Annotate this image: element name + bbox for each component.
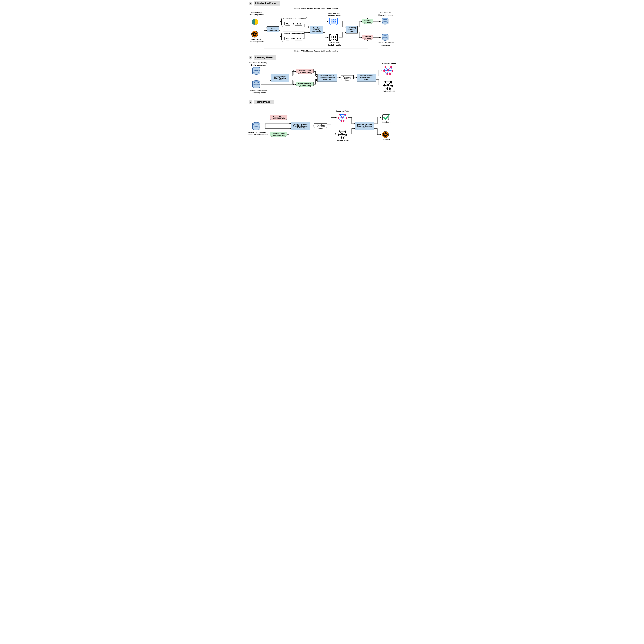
p3-goodware-model-label: Goodware Model [334, 110, 351, 112]
svg-rect-12 [335, 21, 336, 22]
p3-network-icon-pink [337, 113, 348, 123]
clustering-box: Clustering Similarity Matrix [346, 26, 358, 33]
svg-point-74 [387, 84, 389, 86]
svg-point-96 [342, 117, 343, 118]
db-icon-4 [252, 80, 261, 89]
goodware-result-label: Goodware [380, 121, 393, 123]
model-box-2: Model [295, 37, 302, 40]
phase-2-title: Learning Phase [254, 55, 276, 60]
malware-sim-matrix-label: Malware APIs Similarity matrix [325, 42, 343, 46]
formulated-seq: Formulated Sequences [341, 75, 354, 81]
phase-3-title: Tesing Phase [254, 100, 274, 104]
apis-doc: APIs [284, 22, 291, 26]
svg-point-73 [389, 88, 391, 90]
svg-point-94 [341, 120, 342, 122]
svg-rect-24 [335, 39, 336, 40]
biohazard-icon-2 [382, 131, 389, 139]
svg-point-90 [339, 114, 340, 115]
goodware-sim-matrix-label: Goodware APIs Similarity matrix [325, 12, 343, 17]
phase-2-header: 2 Learning Phase [249, 55, 276, 60]
svg-point-72 [386, 88, 388, 90]
svg-rect-22 [332, 39, 332, 40]
db-icon-3 [252, 66, 261, 76]
goodware-api-calling-label: Goodware API Calling sequences [249, 12, 264, 16]
model-box: Model [295, 22, 302, 26]
svg-point-130 [266, 70, 266, 71]
p3-malware-cluster-tm: Malware Cluster Transition Matrix [270, 115, 287, 120]
malware-embedding-model-container: Malware Embedding Model APIs Model [281, 32, 307, 42]
p3-malware-model-label: Malware Model [334, 139, 351, 142]
network-icon-pink [383, 65, 394, 76]
svg-point-95 [343, 120, 344, 122]
create-seq-chain-box: Create Sequence Chain Transition Matrix [357, 74, 376, 82]
svg-rect-7 [332, 19, 332, 20]
svg-point-92 [338, 117, 339, 119]
db-icon-5 [252, 122, 261, 131]
calc-likelihood-box: Calculate Maximum Transition Sequence Li… [355, 122, 374, 130]
svg-point-136 [265, 125, 266, 125]
svg-point-131 [266, 84, 266, 85]
goodware-embedding-model-container: Goodware Embedding Model APIs Model [281, 17, 307, 27]
malware-cluster-tm: Malware Cluster Transition Matrix [296, 69, 314, 74]
malware-api-cluster-seq-label: Malware API Cluster sequences [377, 42, 394, 46]
note-bottom: Finding API in Clusters, Replace it with… [281, 50, 352, 52]
svg-point-109 [339, 130, 340, 132]
svg-point-49 [384, 66, 386, 68]
malware-model-label: Malware Model [381, 90, 397, 92]
malware-clusters: Malware Clusters [362, 35, 373, 40]
svg-point-51 [383, 70, 385, 72]
svg-point-69 [390, 81, 392, 83]
phase-2-num: 2 [249, 56, 252, 60]
svg-rect-17 [333, 36, 334, 37]
svg-rect-10 [332, 21, 332, 22]
black-matrix-icon [328, 34, 339, 42]
svg-point-124 [264, 22, 264, 22]
malware-training-label: Malware API Training Cluster sequences [247, 90, 269, 94]
svg-rect-20 [333, 37, 334, 38]
blue-matrix-icon [328, 17, 339, 25]
phase-3-num: 3 [249, 100, 252, 104]
apis-doc-2: APIs [284, 37, 291, 40]
goodware-api-cluster-seq-label: Goodware API Cluster Sequences [377, 12, 394, 16]
phase-1-title: Initialization Phase [254, 1, 280, 6]
checkmark-icon [382, 113, 390, 122]
svg-point-113 [341, 137, 342, 139]
malware-result-label: Malware [380, 138, 393, 141]
svg-point-93 [346, 117, 347, 119]
svg-point-52 [392, 70, 393, 72]
svg-rect-9 [335, 19, 336, 20]
note-top: Finding API in Clusters, Replace it with… [281, 7, 352, 10]
svg-point-111 [338, 134, 339, 136]
svg-point-54 [389, 73, 391, 75]
p3-goodware-cluster-tm: Goodware Cluster Transition Matrix [270, 132, 287, 137]
svg-point-68 [384, 81, 386, 83]
testing-input-label: Malware / Goodware API Testing Cluster s… [247, 131, 268, 136]
svg-rect-11 [333, 21, 334, 22]
svg-point-133 [293, 84, 294, 85]
svg-point-132 [293, 70, 294, 71]
goodware-model-label: Goodware Model [381, 62, 397, 65]
p3-network-icon-black [337, 129, 348, 140]
calc-similarity-box: Calculate Similarity between APIs [310, 26, 323, 34]
svg-rect-19 [332, 37, 332, 38]
malware-embed-model-label: Malware Embedding Model [282, 32, 307, 35]
biohazard-icon [251, 31, 258, 38]
svg-point-55 [387, 69, 389, 71]
svg-rect-21 [335, 37, 336, 38]
malware-api-calling-label: Malware API Calling sequences [249, 38, 264, 43]
phase-1-header: 1 Initialization Phase [249, 1, 280, 6]
p3-formulated-seq: Formulated Sequences [314, 123, 327, 129]
svg-rect-18 [335, 36, 336, 37]
svg-rect-15 [335, 23, 336, 23]
svg-rect-13 [332, 23, 332, 23]
create-chain-box: Create sequence Chain Transition Matrix [271, 74, 289, 82]
svg-point-50 [390, 66, 392, 68]
network-icon-black [383, 80, 394, 91]
goodware-cluster-tm: Goodware Cluster Transition Matrix [296, 82, 314, 87]
malware-detection-pipeline-diagram: 1 Initialization Phase Finding API in Cl… [245, 0, 399, 148]
svg-point-71 [392, 85, 393, 87]
p3-calc-max-box: Calculate Maximum Transition Sequence Pr… [291, 122, 310, 130]
phase-3-header: 3 Tesing Phase [249, 100, 274, 104]
db-icon-1 [381, 17, 389, 26]
svg-point-53 [386, 73, 388, 75]
